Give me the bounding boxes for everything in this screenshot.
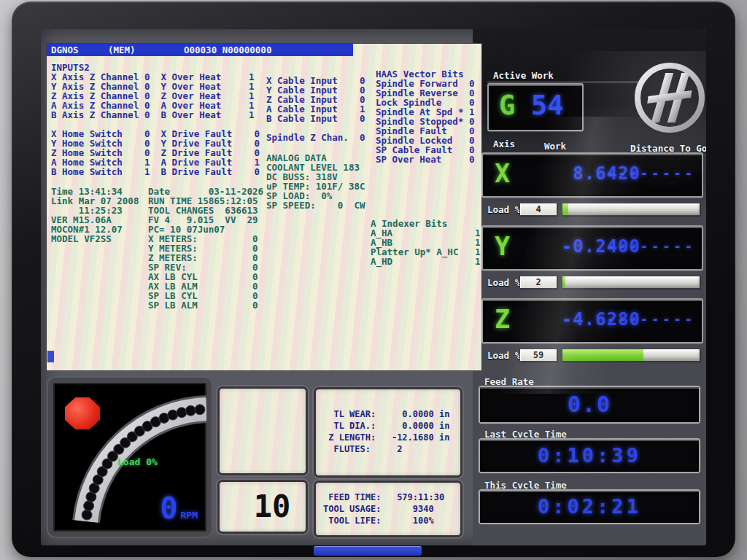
- scroll-indicator: [47, 351, 54, 362]
- work-column-header: Work: [544, 141, 566, 152]
- spindle-load-text: Load 0%: [117, 457, 158, 467]
- axis-column-header: Axis: [493, 139, 515, 149]
- haas-logo-icon: [624, 58, 706, 140]
- last-cycle-time-display: 0:10:39: [479, 438, 700, 473]
- rpm-unit-label: RPM: [181, 510, 198, 521]
- z-distance-to-go: --------: [607, 300, 696, 339]
- active-work-label: Active Work: [493, 71, 554, 81]
- tool-usage-text: FEED TIME: 579:11:30 TOOL USAGE: 9340 TO…: [323, 491, 444, 526]
- spindle-load-gauge: Load 0% 0RPM: [48, 378, 212, 537]
- x-axis-letter: X: [495, 154, 510, 193]
- y-load-label: Load %: [487, 278, 520, 288]
- z-load-label: Load %: [487, 351, 520, 361]
- x-load-label: Load %: [487, 205, 520, 215]
- z-load-value: 59: [519, 349, 557, 362]
- y-load-bar-fill: [562, 276, 565, 288]
- tool-pocket-box: [217, 386, 308, 475]
- divider-line: [487, 82, 642, 82]
- analog-data-block: ANALOG DATA COOLANT LEVEL 183 DC BUSS: 3…: [266, 153, 365, 210]
- y-distance-to-go: --------: [607, 227, 696, 266]
- usage-info-block: Date 03-11-2026 RUN TIME 15865:12:05 TOO…: [148, 187, 263, 310]
- y-axis-letter: Y: [495, 227, 510, 266]
- title-bar: DGNOS (MEM) O00030 N00000000: [47, 44, 353, 56]
- haas-vector-bits-block: HAAS Vector Bits Spindle Forward 0 Spind…: [376, 69, 474, 164]
- x-load-bar: [562, 203, 700, 216]
- page-title: DGNOS: [51, 44, 79, 56]
- inputs-middle-column: X Cable Input 0 Y Cable Input 0 Z Cable …: [266, 76, 365, 142]
- tool-usage-box: FEED TIME: 579:11:30 TOOL USAGE: 9340 TO…: [314, 481, 462, 537]
- system-info-block: Time 13:41:34 Link Mar 07 2008 11:25:23 …: [51, 187, 139, 244]
- x-load-value: 4: [519, 203, 557, 216]
- this-cycle-time-display: 0:02:21: [479, 489, 700, 524]
- tool-offsets-box: TL WEAR: 0.0000 in TL DIA.: 0.0000 in Z …: [314, 387, 462, 478]
- x-distance-to-go: --------: [607, 154, 696, 193]
- program-number: O00030 N00000000: [184, 44, 271, 56]
- inputs-left-column: INPUTS2 X Axis Z Channel 0 X Over Heat 1…: [51, 63, 260, 176]
- y-load-bar: [562, 276, 700, 289]
- z-axis-letter: Z: [495, 300, 510, 339]
- spindle-rpm: 0RPM: [160, 494, 198, 523]
- work-offset-letter: G: [499, 85, 515, 127]
- feed-rate-display: 0.0: [479, 386, 700, 424]
- mode-indicator: (MEM): [108, 44, 136, 56]
- a-indexer-bits-block: A Indexer Bits A_HA 1 A_HB 1 Platter Up*…: [371, 219, 481, 266]
- z-load-bar: [562, 349, 700, 362]
- tool-offsets-text: TL WEAR: 0.0000 in TL DIA.: 0.0000 in Z …: [323, 408, 449, 455]
- rpm-value: 0: [160, 491, 177, 525]
- work-offset-number: 54: [531, 85, 564, 127]
- cnc-screen: DGNOS (MEM) O00030 N00000000 INPUTS2 X A…: [41, 29, 706, 545]
- z-axis-display: Z -4.6280 --------: [481, 298, 703, 343]
- y-axis-display: Y -0.2400 --------: [481, 225, 703, 271]
- photo-of-cnc-monitor: { "window": { "page": "DGNOS", "mode": "…: [0, 0, 747, 560]
- x-load-bar-fill: [562, 203, 568, 215]
- diagnostics-panel: DGNOS (MEM) O00030 N00000000 INPUTS2 X A…: [47, 44, 481, 370]
- y-load-value: 2: [519, 276, 557, 289]
- active-work-display: G 54: [487, 83, 584, 131]
- z-load-bar-fill: [562, 349, 643, 361]
- tool-number: 10: [220, 482, 306, 532]
- haas-nameplate: [314, 546, 422, 556]
- tool-number-box: 10: [217, 480, 308, 534]
- x-axis-display: X 8.6420 --------: [481, 152, 703, 198]
